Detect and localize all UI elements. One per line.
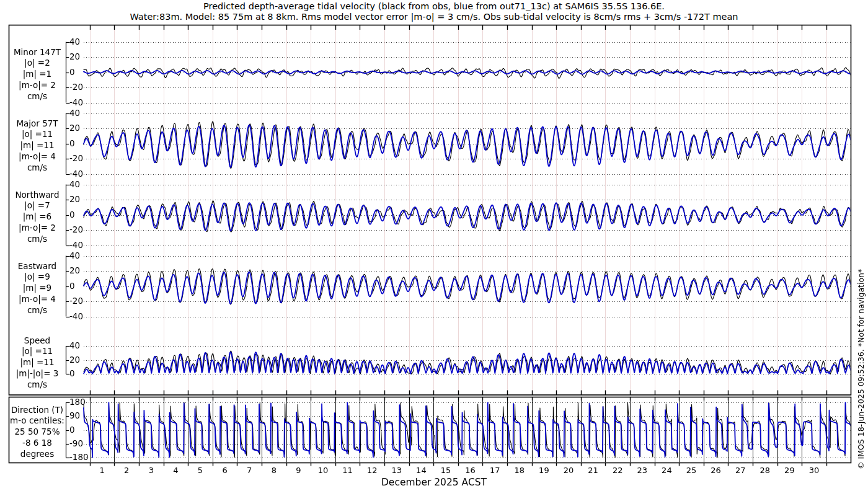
day-tick-label: 25 <box>682 466 701 475</box>
panel-label-line: |m| =11 <box>8 140 66 151</box>
day-tick-label: 15 <box>436 466 455 475</box>
panel-label-speed: Speed|o| =11|m| =11|m|-|o|= 3cm/s <box>8 335 66 391</box>
panel-label-line: cm/s <box>8 162 66 174</box>
day-tick-label: 5 <box>191 466 210 475</box>
day-tick-label: 16 <box>461 466 480 475</box>
panel-label-line: |m| =1 <box>8 69 66 80</box>
ytick-label-speed: 40 <box>69 341 80 350</box>
ytick-label-direction: 0 <box>69 425 75 434</box>
panel-label-line: |o| =11 <box>8 129 66 140</box>
panel-label-line: |m|-|o|= 3 <box>8 368 66 379</box>
panel-label-line: |m| =11 <box>8 357 66 368</box>
panel-label-line: 25 50 75% <box>8 427 66 438</box>
ytick-label-east: -20 <box>69 296 83 305</box>
day-tick-label: 21 <box>584 466 603 475</box>
panel-label-north: Northward|o| =7|m| =6|m-o|= 2cm/s <box>8 190 66 245</box>
day-tick-label: 3 <box>142 466 161 475</box>
ytick-label-major: -20 <box>69 154 83 162</box>
day-tick-label: 18 <box>510 466 529 475</box>
panel-label-direction: Direction (T)m-o centiles:25 50 75%-8 6 … <box>8 405 66 460</box>
ytick-label-major: 20 <box>69 123 80 132</box>
panel-label-line: Eastward <box>8 261 66 272</box>
panel-label-line: |m-o|= 2 <box>8 80 66 91</box>
tidal-velocity-figure: Predicted depth-average tidal velocity (… <box>0 0 868 496</box>
day-tick-label: 9 <box>289 466 308 475</box>
panel-label-east: Eastward|o| =9|m| =9|m-o|= 4cm/s <box>8 261 66 316</box>
day-tick-label: 28 <box>756 466 774 475</box>
ytick-label-minor: -20 <box>69 82 83 91</box>
panel-label-line: -8 6 18 <box>8 438 66 449</box>
ytick-label-east: 20 <box>69 266 80 275</box>
x-axis-title: December 2025 ACST <box>0 477 868 488</box>
panel-label-line: |m-o|= 4 <box>8 294 66 305</box>
ytick-label-north: -20 <box>69 225 83 234</box>
ytick-label-north: 20 <box>69 195 80 203</box>
panel-label-minor: Minor 147T|o| =2|m| =1|m-o|= 2cm/s <box>8 47 66 102</box>
ytick-label-east: 40 <box>69 251 80 260</box>
ytick-label-direction: -90 <box>69 439 83 448</box>
ytick-label-east: 0 <box>69 281 75 290</box>
panel-label-line: m-o centiles: <box>8 415 66 427</box>
tidal-plot-canvas <box>0 0 868 496</box>
day-tick-label: 20 <box>559 466 578 475</box>
ytick-label-north: -40 <box>69 241 83 249</box>
ytick-label-direction: 90 <box>69 411 80 420</box>
day-tick-label: 6 <box>216 466 234 475</box>
ytick-label-direction: -180 <box>69 453 89 461</box>
day-tick-label: 2 <box>117 466 136 475</box>
ytick-label-direction: 180 <box>69 397 86 406</box>
panel-label-line: Minor 147T <box>8 47 66 58</box>
ytick-label-speed: 0 <box>69 369 75 378</box>
day-tick-label: 23 <box>633 466 652 475</box>
day-tick-label: 11 <box>339 466 357 475</box>
ytick-label-major: 40 <box>69 108 80 117</box>
day-tick-label: 4 <box>166 466 185 475</box>
day-tick-label: 17 <box>485 466 504 475</box>
panel-label-line: |o| =2 <box>8 58 66 69</box>
day-tick-label: 1 <box>93 466 112 475</box>
panel-label-line: degrees <box>8 449 66 460</box>
panel-label-line: cm/s <box>8 379 66 391</box>
day-tick-label: 30 <box>805 466 823 475</box>
day-tick-label: 7 <box>240 466 259 475</box>
panel-label-line: Speed <box>8 335 66 347</box>
day-tick-label: 10 <box>314 466 332 475</box>
ytick-label-minor: -40 <box>69 98 83 107</box>
panel-label-line: |o| =9 <box>8 272 66 283</box>
day-tick-label: 22 <box>608 466 627 475</box>
panel-label-line: Northward <box>8 190 66 201</box>
ytick-label-major: 0 <box>69 139 75 148</box>
panel-label-line: cm/s <box>8 305 66 316</box>
day-tick-label: 14 <box>412 466 430 475</box>
ytick-label-north: 40 <box>69 180 80 188</box>
ytick-label-speed: 20 <box>69 355 80 364</box>
panel-label-line: cm/s <box>8 91 66 102</box>
ytick-label-minor: 20 <box>69 52 80 61</box>
imos-watermark: © IMOS 18-Jun-2025 09:52:36. *Not for na… <box>856 269 866 469</box>
day-tick-label: 27 <box>731 466 750 475</box>
day-tick-label: 13 <box>388 466 406 475</box>
day-tick-label: 8 <box>265 466 283 475</box>
day-tick-label: 12 <box>363 466 381 475</box>
ytick-label-east: -40 <box>69 312 83 321</box>
panel-label-line: |m| =9 <box>8 283 66 294</box>
panel-label-line: Major 57T <box>8 118 66 130</box>
panel-label-line: |o| =11 <box>8 346 66 357</box>
panel-label-line: |m-o|= 2 <box>8 223 66 234</box>
panel-label-line: |m-o|= 4 <box>8 151 66 162</box>
day-tick-label: 26 <box>707 466 725 475</box>
ytick-label-minor: 0 <box>69 68 75 76</box>
ytick-label-north: 0 <box>69 210 75 219</box>
day-tick-label: 29 <box>780 466 799 475</box>
panel-label-line: cm/s <box>8 234 66 245</box>
ytick-label-major: -40 <box>69 169 83 178</box>
panel-label-major: Major 57T|o| =11|m| =11|m-o|= 4cm/s <box>8 118 66 174</box>
panel-label-line: |m| =6 <box>8 211 66 223</box>
day-tick-label: 24 <box>657 466 676 475</box>
ytick-label-minor: 40 <box>69 37 80 46</box>
panel-label-line: Direction (T) <box>8 405 66 416</box>
day-tick-label: 19 <box>534 466 553 475</box>
panel-label-line: |o| =7 <box>8 200 66 211</box>
